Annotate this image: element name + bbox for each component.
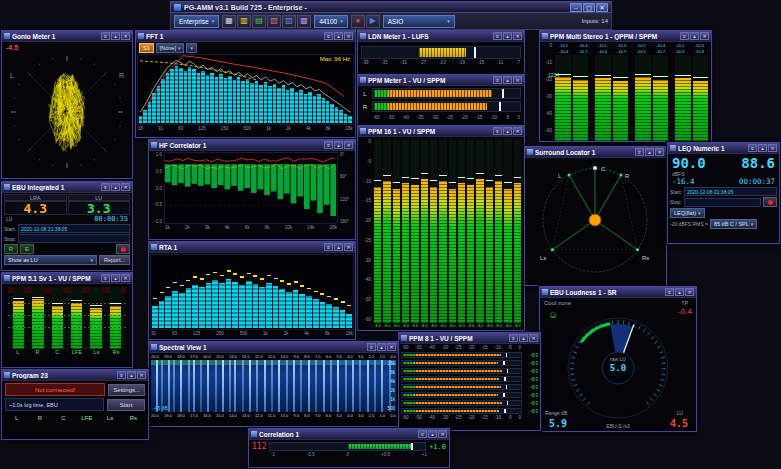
- panel-titlebar[interactable]: LDN Meter 1 - LUFS≡▴✕: [358, 31, 524, 42]
- routing-grid-icon[interactable]: ▦: [222, 15, 236, 28]
- reset-button[interactable]: R: [4, 244, 18, 254]
- panel-titlebar[interactable]: PPM Meter 1 - VU / SPPM≡▴✕: [358, 75, 524, 86]
- panel-close-button[interactable]: ✕: [768, 144, 777, 152]
- panel-close-button[interactable]: ✕: [438, 430, 447, 438]
- fft-source-dropdown[interactable]: [None] ▾: [156, 43, 185, 53]
- panel-close-button[interactable]: ✕: [513, 32, 522, 40]
- fft-s1-button[interactable]: S1: [139, 43, 154, 53]
- panel-titlebar[interactable]: Gonio Meter 1≡▴✕: [2, 31, 132, 42]
- panel-collapse-button[interactable]: ▴: [127, 371, 136, 379]
- leq-mode-dropdown[interactable]: LEQ(flat) ▾: [670, 208, 705, 218]
- panel-menu-button[interactable]: ≡: [367, 343, 376, 351]
- panel-close-button[interactable]: ✕: [137, 371, 146, 379]
- panel-close-button[interactable]: ✕: [344, 141, 353, 149]
- panel-menu-button[interactable]: ≡: [101, 274, 110, 282]
- panel-close-button[interactable]: ✕: [513, 127, 522, 135]
- panel-titlebar[interactable]: Spectral View 1≡▴✕: [149, 342, 398, 353]
- driver-dropdown[interactable]: ASIO ▾: [383, 15, 455, 28]
- panel-titlebar[interactable]: PPM Multi Stereo 1 - QPPM / SPPM≡▴✕: [540, 31, 711, 42]
- panel-menu-button[interactable]: ≡: [101, 183, 110, 191]
- record-button[interactable]: [763, 197, 777, 207]
- palette-icon[interactable]: ▧: [267, 15, 281, 28]
- panel-close-button[interactable]: ✕: [387, 343, 396, 351]
- tools-icon[interactable]: ▩: [297, 15, 311, 28]
- panel-close-button[interactable]: ✕: [529, 334, 538, 342]
- panel-titlebar[interactable]: Surround Locator 1≡▴✕: [525, 147, 666, 158]
- record-button[interactable]: [116, 244, 130, 254]
- preset-dropdown[interactable]: Enterprise ▾: [174, 15, 219, 28]
- panel-titlebar[interactable]: PPM 16 1 - VU / SPPM≡▴✕: [358, 126, 524, 137]
- panel-collapse-button[interactable]: ▴: [645, 148, 654, 156]
- panel-collapse-button[interactable]: ▴: [377, 343, 386, 351]
- panel-close-button[interactable]: ✕: [655, 148, 664, 156]
- panel-close-button[interactable]: ✕: [685, 288, 694, 296]
- panel-menu-button[interactable]: ≡: [493, 32, 502, 40]
- panel-titlebar[interactable]: EBU Integrated 1≡▴✕: [2, 182, 132, 193]
- minimize-button[interactable]: –: [570, 3, 582, 12]
- panel-close-button[interactable]: ✕: [344, 32, 353, 40]
- panel-collapse-button[interactable]: ▴: [334, 243, 343, 251]
- panel-titlebar[interactable]: PPM 8 1 - VU / SPPM≡▴✕: [399, 333, 540, 344]
- panel-menu-button[interactable]: ≡: [324, 32, 333, 40]
- panel-titlebar[interactable]: HF Correlator 1≡▴✕: [149, 140, 355, 151]
- panel-titlebar[interactable]: Correlation 1≡▴✕: [249, 429, 449, 440]
- panel-menu-button[interactable]: ≡: [324, 243, 333, 251]
- panel-collapse-button[interactable]: ▴: [758, 144, 767, 152]
- panel-collapse-button[interactable]: ▴: [334, 32, 343, 40]
- panel-menu-button[interactable]: ≡: [493, 127, 502, 135]
- layout-icon[interactable]: ▤: [252, 15, 266, 28]
- meters-icon[interactable]: ▥: [237, 15, 251, 28]
- panel-collapse-button[interactable]: ▴: [428, 430, 437, 438]
- panel-menu-button[interactable]: ≡: [493, 76, 502, 84]
- panel-titlebar[interactable]: FFT 1≡▴✕: [136, 31, 355, 42]
- stop-time-field[interactable]: [684, 198, 761, 207]
- settings-button[interactable]: Settings...: [108, 384, 145, 396]
- panel-collapse-button[interactable]: ▴: [111, 274, 120, 282]
- panel-close-button[interactable]: ✕: [121, 32, 130, 40]
- panel-collapse-button[interactable]: ▴: [111, 32, 120, 40]
- panel-titlebar[interactable]: LEQ Numeric 1≡▴✕: [668, 143, 779, 154]
- panel-collapse-button[interactable]: ▴: [334, 141, 343, 149]
- snapshot-icon[interactable]: ▨: [282, 15, 296, 28]
- panel-titlebar[interactable]: Program 23≡▴✕: [2, 370, 148, 381]
- panel-collapse-button[interactable]: ▴: [690, 32, 699, 40]
- panel-titlebar[interactable]: PPM 5.1 Sv 1 - VU / SPPM≡▴✕: [2, 273, 132, 284]
- show-as-dropdown[interactable]: Show as LU ▾: [4, 255, 97, 265]
- panel-menu-button[interactable]: ≡: [509, 334, 518, 342]
- play-icon[interactable]: ▶: [366, 15, 380, 28]
- panel-titlebar[interactable]: RTA 1≡▴✕: [149, 242, 355, 253]
- panel-close-button[interactable]: ✕: [121, 274, 130, 282]
- panel-titlebar[interactable]: EBU Loudness 1 - SR≡▴✕: [540, 287, 696, 298]
- panel-collapse-button[interactable]: ▴: [111, 183, 120, 191]
- panel-menu-button[interactable]: ≡: [324, 141, 333, 149]
- samplerate-dropdown[interactable]: 44100 ▾: [314, 15, 348, 28]
- panel-collapse-button[interactable]: ▴: [503, 32, 512, 40]
- maximize-button[interactable]: ▢: [583, 3, 595, 12]
- stop-time-field[interactable]: [18, 234, 130, 243]
- panel-menu-button[interactable]: ≡: [418, 430, 427, 438]
- start-time-field[interactable]: 2020-12-08 21:38:05: [684, 187, 777, 196]
- panel-menu-button[interactable]: ≡: [117, 371, 126, 379]
- panel-collapse-button[interactable]: ▴: [503, 76, 512, 84]
- start-time-field[interactable]: 2020-12-08 21:38:05: [18, 224, 130, 233]
- panel-menu-button[interactable]: ≡: [101, 32, 110, 40]
- panel-close-button[interactable]: ✕: [121, 183, 130, 191]
- export-button[interactable]: E: [20, 244, 34, 254]
- close-button[interactable]: ✕: [596, 3, 608, 12]
- panel-menu-button[interactable]: ≡: [680, 32, 689, 40]
- panel-close-button[interactable]: ✕: [513, 76, 522, 84]
- panel-collapse-button[interactable]: ▴: [675, 288, 684, 296]
- report-button[interactable]: Report...: [99, 255, 130, 265]
- panel-close-button[interactable]: ✕: [344, 243, 353, 251]
- spl-ref-dropdown[interactable]: 85 dB C / SPL ▾: [710, 219, 757, 229]
- fft-options-dropdown[interactable]: ▾: [186, 43, 197, 53]
- panel-menu-button[interactable]: ≡: [748, 144, 757, 152]
- panel-menu-button[interactable]: ≡: [635, 148, 644, 156]
- panel-menu-button[interactable]: ≡: [665, 288, 674, 296]
- start-button[interactable]: Start: [107, 399, 145, 411]
- record-icon[interactable]: ●: [351, 15, 365, 28]
- panel-close-button[interactable]: ✕: [700, 32, 709, 40]
- app-titlebar[interactable]: PG-AMM v3.1 Build 725 - Enterprise - – ▢…: [170, 1, 612, 13]
- panel-collapse-button[interactable]: ▴: [519, 334, 528, 342]
- panel-collapse-button[interactable]: ▴: [503, 127, 512, 135]
